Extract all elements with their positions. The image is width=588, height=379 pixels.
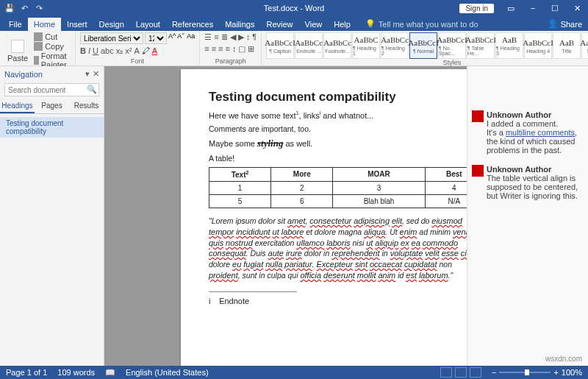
- highlight-icon[interactable]: 🖍: [142, 46, 150, 56]
- shading-icon[interactable]: ▢: [238, 44, 245, 54]
- save-icon[interactable]: 💾: [4, 3, 15, 13]
- paste-button[interactable]: Paste: [4, 38, 31, 64]
- style---normal[interactable]: AaBbCcI¶ Normal: [409, 32, 437, 59]
- strike-button[interactable]: abc: [101, 46, 114, 56]
- style-subtitle[interactable]: AaBbCcISubtitle: [581, 32, 588, 59]
- zoom-out-icon[interactable]: −: [492, 368, 496, 377]
- underline-button[interactable]: U: [93, 46, 98, 56]
- sort-icon[interactable]: ↕: [246, 32, 251, 42]
- style---caption[interactable]: AaBbCcI¶ Caption: [266, 32, 294, 59]
- watermark: wsxdn.com: [545, 355, 582, 363]
- table-header: More: [271, 167, 333, 181]
- numbering-icon[interactable]: ≡: [214, 32, 218, 42]
- tab-home[interactable]: Home: [28, 18, 61, 31]
- nav-item[interactable]: Testing document compatibility: [0, 117, 104, 138]
- align-right-icon[interactable]: ≡: [218, 44, 223, 54]
- clipboard-group: Paste Cut Copy Format Painter Clipboard: [0, 31, 76, 65]
- minimize-icon[interactable]: −: [522, 0, 544, 16]
- styles-group: AaBbCcI¶ CaptionAaBbCcEndnote ...AaBbCcF…: [262, 31, 588, 65]
- page[interactable]: Testing document compatibility Here we h…: [181, 69, 512, 375]
- style-title[interactable]: AaBTitle: [553, 32, 581, 59]
- lorem-paragraph: "Lorem ipsum dolor sit amet, consectetur…: [209, 216, 484, 281]
- style---heading-1[interactable]: AaBbC¶ Heading 1: [352, 32, 380, 59]
- word-count[interactable]: 109 words: [57, 368, 95, 377]
- document-area[interactable]: Testing document compatibility Here we h…: [104, 66, 588, 375]
- tab-references[interactable]: References: [166, 18, 219, 31]
- nav-close-icon[interactable]: ✕: [93, 69, 99, 79]
- tab-design[interactable]: Design: [93, 18, 130, 31]
- align-left-icon[interactable]: ≡: [204, 44, 209, 54]
- copy-button[interactable]: Copy: [34, 42, 71, 51]
- nav-tab-pages[interactable]: Pages: [35, 99, 69, 113]
- share-icon: 👤: [548, 19, 558, 29]
- inc-indent-icon[interactable]: ▶: [238, 32, 244, 42]
- tab-view[interactable]: View: [299, 18, 329, 31]
- redo-icon[interactable]: ↷: [34, 3, 44, 13]
- language-indicator[interactable]: English (United States): [126, 368, 209, 377]
- tab-file[interactable]: File: [3, 18, 28, 31]
- bold-button[interactable]: B: [80, 46, 86, 56]
- style-endnote----[interactable]: AaBbCcEndnote ...: [295, 32, 323, 59]
- comment[interactable]: Unknown AuthorI added a comment.It's a m…: [472, 110, 584, 155]
- page-indicator[interactable]: Page 1 of 1: [6, 368, 47, 377]
- zoom-level[interactable]: 100%: [562, 368, 582, 377]
- multilevel-icon[interactable]: ≣: [221, 32, 228, 42]
- read-mode-icon[interactable]: [440, 367, 452, 378]
- maximize-icon[interactable]: ☐: [544, 0, 566, 16]
- grow-font-icon[interactable]: A^: [168, 32, 176, 44]
- print-layout-icon[interactable]: [455, 367, 467, 378]
- align-center-icon[interactable]: ≡: [212, 44, 216, 54]
- nav-tab-results[interactable]: Results: [69, 99, 104, 113]
- paragraph: A table!: [209, 154, 484, 163]
- nav-dropdown-icon[interactable]: ▾: [85, 69, 90, 79]
- dec-indent-icon[interactable]: ◀: [230, 32, 236, 42]
- signin-button[interactable]: Sign in: [459, 4, 494, 13]
- zoom-in-icon[interactable]: +: [553, 368, 558, 377]
- text-effects-icon[interactable]: A: [134, 46, 139, 56]
- bullets-icon[interactable]: ☰: [204, 32, 212, 42]
- justify-icon[interactable]: ≡: [226, 44, 230, 54]
- tab-review[interactable]: Review: [261, 18, 299, 31]
- search-icon[interactable]: 🔍: [87, 85, 97, 94]
- brush-icon: [34, 56, 39, 65]
- tell-me-input[interactable]: 💡Tell me what you want to do: [361, 17, 483, 31]
- italic-button[interactable]: I: [88, 46, 90, 56]
- shrink-font-icon[interactable]: A˅: [177, 32, 185, 44]
- avatar-icon: [472, 165, 484, 177]
- cut-icon: [34, 32, 43, 41]
- line-spacing-icon[interactable]: ↕: [232, 44, 237, 54]
- spellcheck-icon[interactable]: 📖: [105, 368, 115, 378]
- style---table-he---[interactable]: AaBbCcI¶ Table He...: [467, 32, 495, 59]
- undo-icon[interactable]: ↶: [19, 3, 29, 13]
- style-heading-4[interactable]: AaBbCcIHeading 4: [524, 32, 552, 59]
- tab-layout[interactable]: Layout: [130, 18, 166, 31]
- font-size-select[interactable]: 12: [145, 32, 167, 44]
- show-marks-icon[interactable]: ¶: [252, 32, 257, 42]
- cut-button[interactable]: Cut: [34, 32, 71, 41]
- superscript-button[interactable]: x²: [125, 46, 132, 56]
- close-icon[interactable]: ✕: [566, 0, 588, 16]
- paragraph: Comments are important, too.: [209, 124, 484, 133]
- tab-mailings[interactable]: Mailings: [219, 18, 260, 31]
- font-color-icon[interactable]: A: [152, 46, 157, 56]
- ribbon-opts-icon[interactable]: ▭: [500, 0, 522, 16]
- comment[interactable]: Unknown AuthorThe table vertical align i…: [472, 165, 584, 200]
- style-footnote---[interactable]: AaBbCcFootnote...: [323, 32, 351, 59]
- font-family-select[interactable]: Liberation Serif: [80, 32, 143, 44]
- titlebar: 💾 ↶ ↷ Test.docx - Word Sign in ▭ − ☐ ✕: [0, 0, 588, 16]
- tab-insert[interactable]: Insert: [61, 18, 93, 31]
- subscript-button[interactable]: x₂: [116, 46, 123, 56]
- nav-tab-headings[interactable]: Headings: [0, 99, 35, 113]
- tab-help[interactable]: Help: [328, 18, 356, 31]
- clear-format-icon[interactable]: Aa: [187, 32, 195, 44]
- share-button[interactable]: 👤Share: [542, 17, 588, 31]
- web-layout-icon[interactable]: [470, 367, 481, 378]
- zoom-slider[interactable]: [499, 372, 551, 373]
- style---heading-3[interactable]: AaB¶ Heading 3: [495, 32, 523, 59]
- table-row: 1234: [209, 181, 484, 194]
- borders-icon[interactable]: ⊞: [248, 44, 254, 54]
- search-input[interactable]: [4, 83, 99, 96]
- window-title: Test.docx - Word: [264, 4, 324, 13]
- style---heading-2[interactable]: AaBbCc¶ Heading 2: [381, 32, 409, 59]
- style---no-spac---[interactable]: AaBbCcI¶ No Spac...: [438, 32, 466, 59]
